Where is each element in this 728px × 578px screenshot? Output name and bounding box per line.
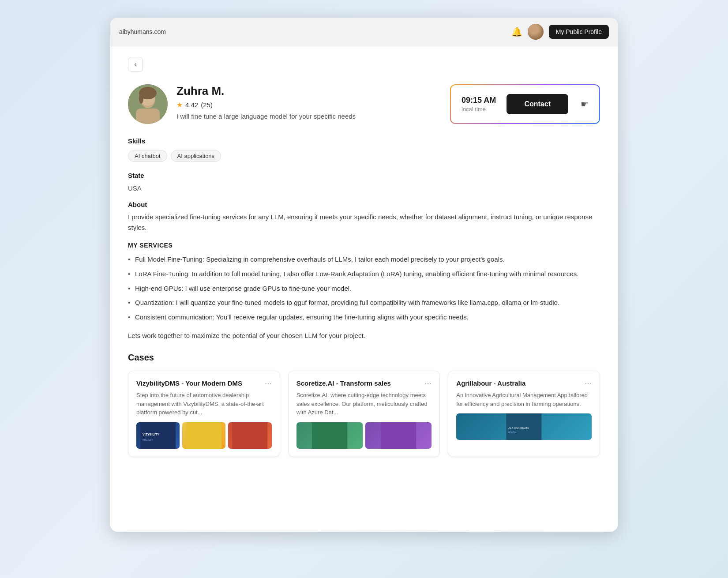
skill-tag-1: AI applications <box>171 150 221 162</box>
local-time: 09:15 AM <box>462 96 496 105</box>
svg-text:PORTAL: PORTAL <box>509 431 518 434</box>
service-item-3: Quantization: I will quantize your fine-… <box>128 297 600 308</box>
svg-text:ALA CANDIDATE: ALA CANDIDATE <box>509 427 529 429</box>
case-image-1-0 <box>296 422 363 449</box>
case-images-1 <box>296 422 432 449</box>
profile-avatar <box>128 84 168 124</box>
page-content: ‹ Zuhra M. <box>110 46 618 532</box>
back-button[interactable]: ‹ <box>128 57 143 72</box>
browser-window: aibyhumans.com 🔔 My Public Profile ‹ <box>110 18 618 532</box>
case-card-2[interactable]: Agrillabour - Australia ⋯ An innovative … <box>448 371 600 457</box>
case-title-0: VizybilityDMS - Your Modern DMS <box>136 379 242 388</box>
case-card-header-0: VizybilityDMS - Your Modern DMS ⋯ <box>136 379 272 388</box>
svg-point-6 <box>139 93 143 104</box>
case-title-1: Scoretize.AI - Transform sales <box>296 379 391 388</box>
about-section: About I provide specialized fine-tuning … <box>128 201 600 233</box>
state-section: State USA <box>128 172 600 192</box>
cases-section: Cases VizybilityDMS - Your Modern DMS ⋯ … <box>128 353 600 457</box>
bell-icon[interactable]: 🔔 <box>511 26 522 37</box>
case-card-header-2: Agrillabour - Australia ⋯ <box>456 379 592 388</box>
case-image-0-1 <box>182 422 225 449</box>
closing-text: Lets work together to maximize the poten… <box>128 332 600 339</box>
svg-rect-11 <box>233 422 268 449</box>
profile-section: Zuhra M. ★ 4.42 (25) I will fine tune a … <box>128 84 600 124</box>
svg-text:PROJECT: PROJECT <box>143 439 153 441</box>
skills-section: Skills AI chatbot AI applications <box>128 137 600 162</box>
service-item-2: High-end GPUs: I will use enterprise gra… <box>128 283 600 294</box>
case-image-0-2 <box>228 422 271 449</box>
case-menu-icon-1[interactable]: ⋯ <box>424 379 432 387</box>
local-time-label: local time <box>462 106 486 113</box>
case-title-2: Agrillabour - Australia <box>456 379 525 388</box>
browser-url: aibyhumans.com <box>119 28 166 35</box>
case-card-header-1: Scoretize.AI - Transform sales ⋯ <box>296 379 432 388</box>
case-menu-icon-2[interactable]: ⋯ <box>585 379 592 387</box>
case-image-0-0: VIZYBILITYPROJECT <box>136 422 180 449</box>
services-section: MY SERVICES Full Model Fine-Tuning: Spec… <box>128 242 600 339</box>
review-count: (25) <box>201 101 213 109</box>
skills-label: Skills <box>128 137 600 145</box>
contact-button[interactable]: Contact <box>507 94 568 114</box>
service-item-4: Consistent communication: You'll receive… <box>128 312 600 323</box>
svg-rect-10 <box>186 422 221 449</box>
rating-value: 4.42 <box>185 101 198 109</box>
case-image-2-0: ALA CANDIDATEPORTAL <box>456 413 592 440</box>
browser-bar: aibyhumans.com 🔔 My Public Profile <box>110 18 618 46</box>
case-images-0: VIZYBILITYPROJECT <box>136 422 272 449</box>
svg-rect-12 <box>312 422 347 449</box>
public-profile-button[interactable]: My Public Profile <box>549 25 609 39</box>
case-desc-1: Scoretize.AI, where cutting-edge technol… <box>296 391 432 417</box>
state-label: State <box>128 172 600 179</box>
services-header: MY SERVICES <box>128 242 600 249</box>
rating-row: ★ 4.42 (25) <box>176 101 356 109</box>
service-item-0: Full Model Fine-Tuning: Specializing in … <box>128 254 600 265</box>
case-menu-icon-0[interactable]: ⋯ <box>265 379 272 387</box>
star-icon: ★ <box>176 101 183 109</box>
state-value: USA <box>128 184 600 192</box>
about-label: About <box>128 201 600 208</box>
profile-avatar-svg <box>128 84 168 124</box>
contact-card: 09:15 AM local time Contact ☛ <box>450 84 600 124</box>
profile-left: Zuhra M. ★ 4.42 (25) I will fine tune a … <box>128 84 356 124</box>
case-card-0[interactable]: VizybilityDMS - Your Modern DMS ⋯ Step i… <box>128 371 280 457</box>
avatar[interactable] <box>528 24 544 40</box>
avatar-image <box>528 24 544 40</box>
local-time-block: 09:15 AM local time <box>462 96 496 113</box>
case-desc-0: Step into the future of automotive deale… <box>136 391 272 417</box>
cursor-icon: ☛ <box>581 99 589 109</box>
svg-text:VIZYBILITY: VIZYBILITY <box>143 433 159 436</box>
about-text: I provide specialized fine-tuning servic… <box>128 212 600 233</box>
skill-tag-0: AI chatbot <box>128 150 167 162</box>
cases-grid: VizybilityDMS - Your Modern DMS ⋯ Step i… <box>128 371 600 457</box>
service-item-1: LoRA Fine-Tuning: In addition to full mo… <box>128 269 600 280</box>
case-desc-2: An innovative Agricultural Management Ap… <box>456 391 592 408</box>
profile-name: Zuhra M. <box>176 84 356 98</box>
services-list: Full Model Fine-Tuning: Specializing in … <box>128 254 600 323</box>
skills-row: AI chatbot AI applications <box>128 150 600 162</box>
profile-tagline: I will fine tune a large language model … <box>176 113 356 120</box>
cases-title: Cases <box>128 353 600 363</box>
svg-rect-3 <box>136 109 160 124</box>
profile-info: Zuhra M. ★ 4.42 (25) I will fine tune a … <box>176 84 356 120</box>
svg-rect-13 <box>381 422 416 449</box>
case-card-1[interactable]: Scoretize.AI - Transform sales ⋯ Scoreti… <box>288 371 440 457</box>
case-images-2: ALA CANDIDATEPORTAL <box>456 413 592 440</box>
case-image-1-1 <box>365 422 432 449</box>
browser-actions: 🔔 My Public Profile <box>511 24 609 40</box>
